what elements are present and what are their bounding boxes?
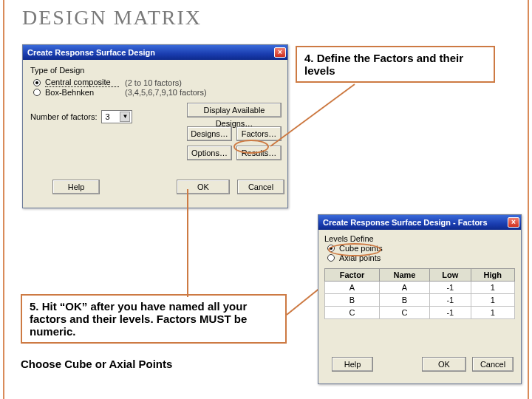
type-of-design-label: Type of Design [30, 66, 280, 75]
dialog1-titlebar[interactable]: Create Response Surface Design × [23, 45, 287, 60]
number-of-factors-label: Number of factors: [30, 112, 97, 121]
radio-label: Central composite [45, 78, 119, 87]
radio-hint: (3,4,5,6,7,9,10 factors) [125, 88, 207, 97]
ok-button[interactable]: OK [422, 357, 466, 372]
cell[interactable]: B [379, 294, 429, 307]
radio-box-behnken[interactable]: Box-Behnken (3,4,5,6,7,9,10 factors) [33, 88, 280, 97]
dialog2-title-text: Create Response Surface Design - Factors [323, 218, 488, 227]
cell[interactable]: 1 [471, 307, 514, 319]
number-of-factors-value: 3 [105, 112, 109, 121]
close-icon[interactable]: × [274, 47, 286, 58]
cell[interactable]: B [325, 294, 380, 307]
callout-note-cube-axial: Choose Cube or Axial Points [21, 358, 172, 370]
designs-button[interactable]: Designs… [187, 126, 232, 141]
col-low: Low [430, 269, 471, 282]
cell[interactable]: 1 [471, 282, 514, 294]
svg-line-0 [270, 84, 355, 146]
levels-define-label: Levels Define [324, 234, 515, 243]
cell[interactable]: C [379, 307, 429, 319]
radio-hint: (2 to 10 factors) [125, 78, 182, 87]
help-button[interactable]: Help [52, 180, 100, 194]
number-of-factors-select[interactable]: 3 ▼ [101, 110, 132, 123]
cell[interactable]: -1 [430, 282, 471, 294]
cell[interactable]: 1 [471, 294, 514, 307]
dialog-factors: Create Response Surface Design - Factors… [318, 214, 522, 384]
radio-icon [327, 254, 335, 262]
col-high: High [471, 269, 514, 282]
help-button[interactable]: Help [332, 357, 373, 372]
cell[interactable]: -1 [430, 294, 471, 307]
cancel-button[interactable]: Cancel [472, 357, 514, 372]
dialog2-titlebar[interactable]: Create Response Surface Design - Factors… [318, 215, 521, 230]
table-row[interactable]: A A -1 1 [325, 282, 515, 294]
annotation-circle-factors [233, 140, 269, 154]
dialog-create-response-surface: Create Response Surface Design × Type of… [22, 44, 288, 208]
table-row[interactable]: B B -1 1 [325, 294, 515, 307]
slide-title: DESIGN MATRIX [22, 6, 202, 30]
radio-icon [33, 79, 41, 86]
radio-label: Box-Behnken [45, 88, 119, 97]
connector-step4 [267, 83, 356, 149]
radio-icon [33, 89, 41, 96]
slide-border-right [528, 0, 529, 399]
cell[interactable]: -1 [430, 307, 471, 319]
chevron-down-icon: ▼ [120, 112, 130, 122]
factors-table: Factor Name Low High A A -1 1 B B -1 1 C… [324, 268, 515, 319]
cell[interactable]: A [379, 282, 429, 294]
annotation-circle-cube-points [328, 243, 381, 256]
radio-central-composite[interactable]: Central composite (2 to 10 factors) [33, 78, 280, 87]
col-factor: Factor [325, 269, 380, 282]
col-name: Name [379, 269, 429, 282]
cell[interactable]: A [325, 282, 380, 294]
table-row[interactable]: C C -1 1 [325, 307, 515, 319]
table-header-row: Factor Name Low High [325, 269, 515, 282]
slide-border-left [3, 0, 4, 399]
callout-step-4: 4. Define the Factors and their levels [296, 46, 495, 83]
options-button[interactable]: Options… [187, 146, 232, 160]
cell[interactable]: C [325, 307, 380, 319]
dialog1-title-text: Create Response Surface Design [27, 48, 155, 57]
close-icon[interactable]: × [508, 217, 519, 228]
